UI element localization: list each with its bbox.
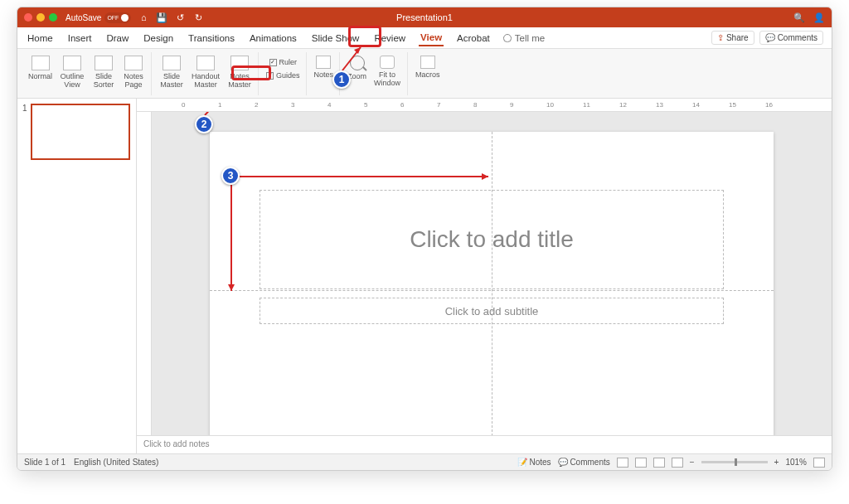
status-language[interactable]: English (United States) [74, 458, 158, 467]
slide-editor: 0 1 2 3 4 5 6 7 8 9 10 11 12 13 14 15 16 [137, 99, 832, 453]
view-normal-icon[interactable] [617, 458, 628, 468]
ruler-tick: 5 [364, 101, 367, 109]
view-sorter-icon[interactable] [635, 458, 647, 468]
ruler-tick: 9 [510, 101, 513, 109]
tab-view[interactable]: View [419, 30, 444, 46]
slide-canvas-area[interactable]: 2 Click to add title Click to add subtit… [152, 112, 832, 435]
annotation-arrow-3-right [240, 175, 497, 183]
share-button[interactable]: ⇪Share [711, 31, 754, 45]
notes-placeholder: Click to add notes [143, 439, 210, 448]
status-comments-button[interactable]: 💬 Comments [558, 458, 610, 467]
ruler-tick: 3 [291, 101, 294, 109]
ruler-tick: 7 [437, 101, 440, 109]
ruler-tick: 12 [619, 101, 627, 109]
tab-acrobat[interactable]: Acrobat [455, 31, 492, 46]
subtitle-placeholder-text: Click to add subtitle [445, 305, 539, 317]
annotation-callout-1: 1 [332, 70, 351, 89]
ruler-tick: 10 [546, 101, 554, 109]
zoom-out-button[interactable]: − [690, 458, 695, 467]
ribbon-group-macros: Macros [410, 52, 446, 95]
ribbon-group-presentation-views: Normal Outline View Slide Sorter Notes P… [22, 52, 152, 95]
undo-icon[interactable]: ↺ [174, 12, 186, 23]
view-sorter-button[interactable]: Slide Sorter [90, 54, 118, 90]
share-icon: ⇪ [717, 33, 724, 42]
home-icon[interactable]: ⌂ [138, 12, 149, 23]
vertical-ruler[interactable] [137, 112, 152, 435]
status-notes-button[interactable]: 📝 Notes [517, 458, 551, 467]
zoom-slider[interactable] [701, 461, 768, 463]
comments-label: Comments [778, 33, 817, 42]
title-placeholder[interactable]: Click to add title [260, 190, 724, 289]
slide-canvas[interactable]: Click to add title Click to add subtitle… [210, 132, 774, 435]
ruler-tick: 8 [473, 101, 477, 109]
view-normal-button[interactable]: Normal [26, 54, 55, 90]
bulb-icon [503, 34, 512, 42]
autosave-label: AutoSave [65, 13, 101, 22]
view-slideshow-icon[interactable] [672, 458, 683, 468]
horizontal-ruler[interactable]: 0 1 2 3 4 5 6 7 8 9 10 11 12 13 14 15 16 [137, 99, 832, 112]
close-window-icon[interactable] [24, 13, 32, 22]
view-outline-button[interactable]: Outline View [56, 54, 88, 90]
view-sorter-label: Slide Sorter [92, 72, 115, 89]
subtitle-placeholder[interactable]: Click to add subtitle [260, 298, 724, 324]
status-notes-label: Notes [529, 458, 551, 467]
slide-thumbnail-1[interactable] [31, 104, 130, 160]
titlebar: AutoSave OFF ⌂ 💾 ↺ ↻ Presentation1 🔍 👤 [17, 7, 832, 27]
zoom-percent[interactable]: 101% [785, 458, 807, 467]
svg-marker-5 [482, 173, 488, 180]
annotation-highlight-view-tab [348, 26, 381, 47]
horizontal-guide[interactable] [210, 290, 774, 291]
ruler-tick: 6 [400, 101, 404, 109]
tab-home[interactable]: Home [26, 31, 55, 46]
search-icon[interactable]: 🔍 [793, 12, 805, 23]
tab-transitions[interactable]: Transitions [187, 31, 236, 46]
tab-insert[interactable]: Insert [66, 31, 94, 46]
comments-button[interactable]: 💬Comments [759, 31, 823, 45]
tell-me[interactable]: Tell me [503, 33, 545, 43]
notes-pane[interactable]: Click to add notes [137, 435, 832, 453]
share-label: Share [726, 33, 749, 42]
view-notes-page-button[interactable]: Notes Page [119, 54, 148, 90]
comment-icon: 💬 [765, 33, 775, 42]
account-icon[interactable]: 👤 [813, 12, 825, 23]
ribbon-tabs: Home Insert Draw Design Transitions Anim… [17, 27, 832, 49]
ruler-tick: 1 [218, 101, 221, 109]
autosave-state: OFF [107, 15, 119, 21]
tab-design[interactable]: Design [142, 31, 175, 46]
redo-icon[interactable]: ↻ [192, 12, 204, 23]
status-bar: Slide 1 of 1 English (United States) 📝 N… [17, 453, 832, 470]
annotation-callout-3: 3 [221, 167, 240, 185]
autosave-toggle[interactable]: AutoSave OFF [65, 12, 131, 23]
maximize-window-icon[interactable] [49, 13, 57, 22]
slide-master-button[interactable]: Slide Master [157, 54, 187, 90]
annotation-arrow-3-down [230, 185, 238, 298]
thumbnail-number: 1 [22, 104, 27, 160]
ruler-tick: 2 [255, 101, 258, 109]
svg-line-2 [205, 112, 245, 115]
ruler-tick: 16 [765, 101, 773, 109]
annotation-callout-2: 2 [195, 115, 213, 133]
fit-to-window-button[interactable]: Fit to Window [371, 54, 404, 89]
tab-animations[interactable]: Animations [248, 31, 298, 46]
svg-marker-1 [354, 47, 361, 54]
macros-button[interactable]: Macros [413, 54, 443, 80]
svg-marker-7 [228, 284, 235, 291]
handout-master-button[interactable]: Handout Master [188, 54, 223, 90]
workspace: 1 0 1 2 3 4 5 6 7 8 9 10 11 12 13 14 15 … [17, 99, 832, 453]
notes-toggle-label: Notes [314, 70, 334, 79]
status-comments-label: Comments [570, 458, 609, 467]
slide-thumbnail-panel[interactable]: 1 [17, 99, 137, 453]
ruler-checkbox[interactable]: ✓Ruler [267, 57, 300, 67]
handout-master-label: Handout Master [191, 72, 221, 89]
fit-to-window-icon[interactable] [813, 458, 825, 468]
save-icon[interactable]: 💾 [156, 12, 167, 23]
view-notes-page-label: Notes Page [122, 72, 145, 89]
ruler-tick: 0 [182, 101, 185, 109]
minimize-window-icon[interactable] [36, 13, 45, 22]
view-reading-icon[interactable] [653, 458, 665, 468]
tab-draw[interactable]: Draw [104, 31, 130, 46]
zoom-in-button[interactable]: + [774, 458, 779, 467]
guides-label: Guides [276, 71, 300, 80]
ruler-tick: 15 [729, 101, 736, 109]
ruler-label: Ruler [279, 58, 298, 66]
